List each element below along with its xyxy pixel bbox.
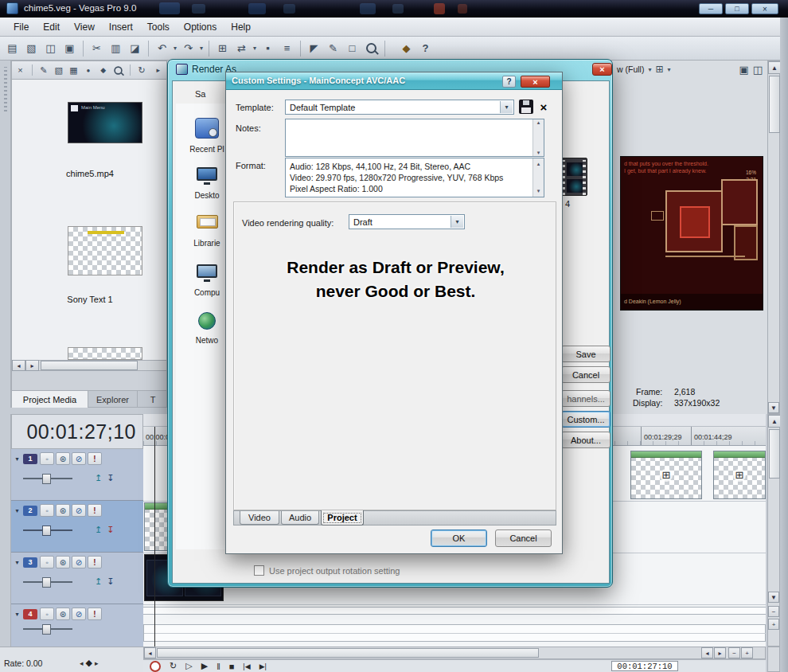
redo-dropdown-icon[interactable]: ▾ [198, 45, 205, 52]
zoom-edit-tool-button[interactable] [362, 40, 380, 57]
tab-transitions[interactable]: T [138, 391, 168, 408]
tab-project[interactable]: Project [321, 510, 364, 525]
video-event[interactable]: ⊞ [713, 451, 766, 499]
menu-tools[interactable]: Tools [140, 19, 177, 35]
scroll-thumb[interactable] [769, 429, 780, 479]
dock-drag-handle[interactable] [4, 67, 7, 111]
combo-dropdown-icon[interactable]: ▾ [451, 216, 463, 228]
envelope-edit-tool-button[interactable]: ✎ [324, 40, 342, 57]
scroll-left-icon[interactable]: ◂ [701, 647, 713, 658]
lock-envelopes-button[interactable]: ▪ [259, 40, 277, 57]
edit-cursor[interactable] [154, 427, 155, 647]
preview-quality-dropdown-icon[interactable]: ▾ [648, 66, 651, 73]
render-dialog-close-button[interactable]: × [592, 63, 612, 76]
search-media-icon[interactable] [111, 63, 125, 77]
paste-button[interactable]: ◪ [126, 40, 144, 57]
track-pan-icon[interactable]: ◦ [40, 608, 54, 620]
media-tag-icon[interactable]: ◆ [96, 63, 110, 77]
track-expand-icon[interactable]: ▾ [14, 455, 21, 463]
track-fx-gear-icon[interactable]: ⊛ [56, 556, 70, 568]
tab-explorer[interactable]: Explorer [88, 391, 138, 408]
track-level-slider[interactable] [23, 581, 72, 583]
help-button[interactable]: ? [502, 76, 516, 88]
slider-handle[interactable] [42, 525, 51, 536]
tab-audio[interactable]: Audio [281, 511, 319, 525]
selection-edit-tool-button[interactable]: □ [343, 40, 361, 57]
tab-video[interactable]: Video [240, 511, 279, 525]
go-to-end-button[interactable]: ▶| [259, 662, 267, 670]
copy-button[interactable]: ▥ [107, 40, 125, 57]
track-bus-up-icon[interactable]: ↥ [95, 576, 102, 587]
toolbar-overflow-icon[interactable]: ▸ [151, 63, 165, 77]
track-number-badge[interactable]: 2 [23, 506, 37, 516]
save-button[interactable]: Save [561, 346, 611, 362]
menu-file[interactable]: File [6, 19, 36, 35]
menu-insert[interactable]: Insert [102, 19, 140, 35]
format-scrollbar[interactable]: ▴ ▾ [532, 158, 544, 197]
scroll-right-icon[interactable]: ▸ [714, 647, 726, 658]
menu-help[interactable]: Help [224, 19, 258, 35]
stop-button[interactable]: ■ [229, 662, 235, 671]
track-number-badge[interactable]: 4 [23, 609, 37, 619]
dialog-cancel-button[interactable]: Cancel [495, 529, 552, 547]
film-strip-icon[interactable] [560, 158, 587, 196]
preview-grid-dropdown-icon[interactable]: ▾ [668, 66, 671, 73]
capture-video-icon[interactable]: ▦ [67, 63, 80, 77]
rate-slider-left-icon[interactable]: ◂ [80, 659, 84, 667]
track-fx-gear-icon[interactable]: ⊛ [56, 452, 70, 465]
custom-button[interactable]: Custom... [561, 411, 611, 428]
track-zoom-out-icon[interactable]: − [768, 606, 779, 617]
close-pane-icon[interactable]: × [14, 63, 27, 77]
tab-project-media[interactable]: Project Media [12, 391, 88, 408]
media-list-hscrollbar[interactable]: ◂ ▸ [11, 360, 167, 371]
track-solo-icon[interactable]: ! [88, 556, 102, 568]
cut-button[interactable]: ✂ [88, 40, 106, 57]
combo-dropdown-icon[interactable]: ▾ [500, 101, 513, 113]
rate-slider-right-icon[interactable]: ▸ [95, 659, 99, 667]
notes-field[interactable]: ▴ ▾ [285, 119, 544, 157]
track-bus-up-icon[interactable]: ↥ [95, 525, 102, 535]
scroll-up-icon[interactable]: ▲ [768, 61, 781, 74]
rate-slider[interactable]: ◂ ◆ ▸ [80, 658, 99, 668]
track-expand-icon[interactable]: ▾ [14, 559, 21, 566]
track-solo-icon[interactable]: ! [88, 504, 102, 517]
desktop-icon[interactable] [197, 167, 217, 181]
project-properties-button[interactable]: ▣ [60, 40, 79, 57]
track-mute-icon[interactable]: ⊘ [72, 608, 86, 620]
scroll-right-icon[interactable]: ▸ [25, 360, 39, 371]
time-display[interactable]: 00:01:27;10 [11, 414, 143, 449]
scroll-down-icon[interactable]: ▼ [768, 402, 779, 413]
menu-options[interactable]: Options [177, 19, 224, 35]
computer-icon[interactable] [197, 264, 217, 278]
enable-snapping-button[interactable]: ⊞ [213, 40, 232, 57]
scroll-up-icon[interactable]: ▴ [537, 158, 540, 170]
redo-button[interactable]: ↷ [179, 40, 197, 57]
pause-button[interactable]: ‖ [217, 662, 220, 671]
audio-event[interactable] [143, 624, 766, 642]
track-header-3[interactable]: ▾ 3 ◦ ⊛ ⊘ ! ↥ ↧ [11, 553, 143, 604]
scroll-down-icon[interactable]: ▼ [768, 592, 779, 603]
scroll-left-icon[interactable]: ◂ [144, 647, 156, 658]
record-button[interactable] [150, 661, 161, 672]
event-move-icon[interactable]: ⊞ [733, 469, 746, 482]
file-name-label[interactable]: 4 [565, 199, 570, 209]
slider-handle[interactable] [42, 474, 51, 484]
ripple-dropdown-icon[interactable]: ▾ [252, 45, 258, 52]
menu-view[interactable]: View [67, 19, 102, 35]
notes-scrollbar[interactable]: ▴ ▾ [532, 119, 544, 156]
play-button[interactable]: ▶ [201, 661, 208, 671]
current-timecode[interactable]: 00:01:27;10 [12, 415, 142, 448]
scroll-down-icon[interactable]: ▾ [537, 186, 540, 197]
track-mute-icon[interactable]: ⊘ [72, 452, 86, 465]
clip-thumbnail-partial[interactable] [68, 347, 142, 360]
clip-label[interactable]: Sony Text 1 [12, 295, 167, 304]
audio-event[interactable] [143, 607, 766, 615]
close-window-button[interactable]: × [751, 3, 778, 14]
clip-label[interactable]: chime5.mp4 [12, 169, 167, 178]
save-snapshot-icon[interactable]: ◫ [753, 64, 763, 76]
scroll-up-icon[interactable]: ▴ [537, 119, 540, 126]
play-from-start-button[interactable]: ▷ [185, 661, 192, 671]
minimize-button[interactable]: ─ [699, 3, 723, 14]
scroll-down-icon[interactable]: ▾ [537, 150, 540, 156]
track-bus-down-icon[interactable]: ↧ [107, 473, 114, 483]
